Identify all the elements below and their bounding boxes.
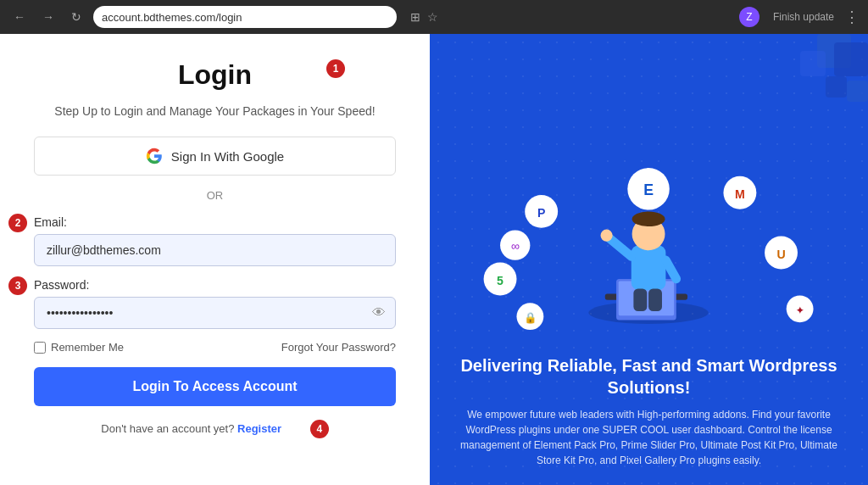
google-icon — [146, 148, 163, 164]
profile-button[interactable]: Z — [739, 7, 760, 27]
forgot-password-link[interactable]: Forgot Your Password? — [281, 341, 396, 354]
email-field-wrapper: Email: 2 — [34, 215, 396, 234]
password-toggle-icon[interactable]: 👁 — [372, 305, 386, 321]
refresh-button[interactable]: ↻ — [66, 7, 86, 27]
subtitle: Step Up to Login and Manage Your Package… — [34, 104, 396, 118]
svg-rect-1 — [834, 42, 868, 76]
annotation-1: 1 — [326, 59, 345, 78]
password-input[interactable] — [34, 297, 396, 329]
google-signin-button[interactable]: Sign In With Google — [34, 137, 396, 176]
google-btn-label: Sign In With Google — [171, 149, 284, 164]
svg-text:U: U — [776, 248, 785, 261]
cast-icon: ⊞ — [410, 10, 420, 24]
right-subtext: We empower future web leaders with High-… — [455, 407, 843, 468]
email-label: Email: 2 — [34, 215, 396, 229]
svg-rect-4 — [847, 81, 868, 102]
svg-line-14 — [665, 260, 676, 279]
remember-forgot-row: Remember Me Forgot Your Password? — [34, 341, 396, 354]
svg-text:∞: ∞ — [511, 239, 520, 253]
right-heading: Delivering Reliable, Fast and Smart Word… — [455, 354, 843, 399]
svg-line-12 — [609, 237, 632, 256]
bookmark-icon[interactable]: ☆ — [427, 10, 438, 24]
svg-rect-16 — [648, 288, 662, 311]
svg-text:✦: ✦ — [796, 305, 804, 315]
annotation-2: 2 — [8, 214, 27, 232]
svg-rect-15 — [633, 288, 647, 311]
login-button[interactable]: Login To Access Account — [34, 367, 396, 406]
password-field-wrapper: Password: 3 — [34, 278, 396, 297]
login-panel: Login 1 Step Up to Login and Manage Your… — [0, 34, 430, 485]
register-link[interactable]: Register — [237, 422, 281, 435]
remember-checkbox[interactable] — [34, 342, 46, 354]
email-input[interactable] — [34, 234, 396, 266]
address-bar[interactable] — [93, 6, 397, 28]
illustration-svg: E M P 5 🔒 U ∞ — [455, 159, 843, 346]
svg-rect-9 — [632, 245, 666, 290]
svg-text:P: P — [537, 206, 545, 220]
annotation-3: 3 — [8, 276, 27, 295]
password-label: Password: 3 — [34, 278, 396, 292]
right-panel: E M P 5 🔒 U ∞ — [430, 34, 868, 485]
remember-me-label[interactable]: Remember Me — [34, 341, 124, 354]
svg-point-13 — [600, 230, 612, 242]
svg-text:E: E — [643, 181, 654, 198]
svg-text:5: 5 — [497, 274, 504, 287]
annotation-4: 4 — [310, 420, 329, 438]
browser-chrome: ← → ↻ ⊞ ☆ Z Finish update ⋮ — [0, 0, 868, 34]
back-button[interactable]: ← — [8, 7, 31, 27]
svg-point-11 — [632, 211, 665, 226]
finish-update-text[interactable]: Finish update — [773, 11, 834, 23]
register-row: Don't have an account yet? Register 4 — [34, 420, 396, 438]
menu-dots[interactable]: ⋮ — [844, 8, 860, 26]
svg-rect-2 — [800, 51, 826, 76]
main-content: Login 1 Step Up to Login and Manage Your… — [0, 34, 868, 485]
browser-icons: ⊞ ☆ — [410, 10, 438, 24]
forward-button[interactable]: → — [37, 7, 59, 27]
right-text-block: Delivering Reliable, Fast and Smart Word… — [455, 354, 843, 468]
password-wrapper: 👁 — [34, 297, 396, 329]
illustration-area: E M P 5 🔒 U ∞ — [455, 159, 843, 346]
svg-text:M: M — [735, 187, 745, 201]
or-divider: OR — [34, 189, 396, 202]
svg-rect-3 — [826, 76, 847, 98]
blue-squares-decoration — [732, 34, 868, 144]
svg-text:🔒: 🔒 — [524, 311, 537, 325]
